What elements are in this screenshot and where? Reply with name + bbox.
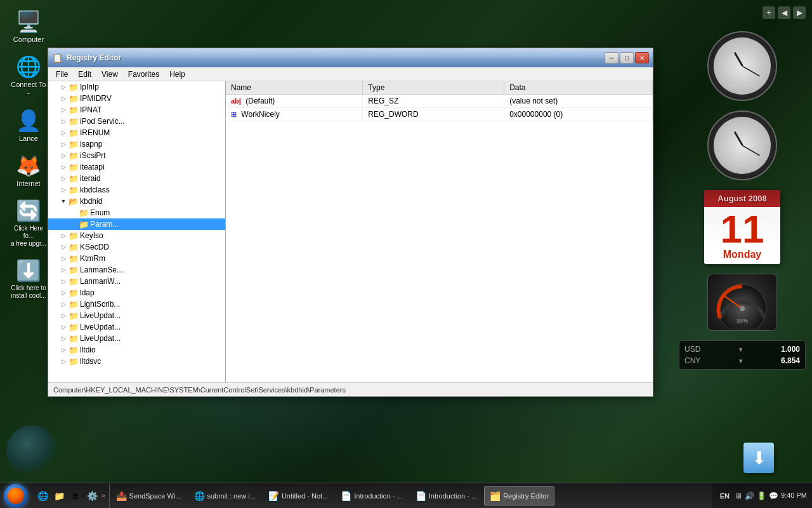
tree-item-Enum[interactable]: 📁 Enum [48, 207, 225, 218]
expand-icon: ▷ [58, 139, 69, 149]
tray-clock[interactable]: 9:40 PM [781, 491, 807, 500]
tree-item-IpInIp[interactable]: ▷ 📁 IpInIp [48, 81, 225, 93]
tree-item-IPMIDRV[interactable]: ▷ 📁 IPMIDRV [48, 93, 225, 104]
tree-item-LanmanServer[interactable]: ▷ 📁 LanmanSe... [48, 264, 225, 276]
expand-icon: ▷ [58, 333, 69, 344]
taskbar-item-intro1[interactable]: 📄 Introduction - ... [335, 486, 408, 505]
tree-item-LiveUpdate2[interactable]: ▷ 📁 LiveUpdat... [48, 321, 225, 333]
expand-icon: ▼ [58, 196, 69, 206]
tree-label: lltdsvc [80, 357, 101, 366]
col-name: Name [226, 81, 363, 95]
tree-item-lltdsvc[interactable]: ▷ 📁 lltdsvc [48, 356, 225, 367]
title-bar-icon: 📋 [52, 53, 63, 63]
tree-item-LiveUpdate3[interactable]: ▷ 📁 LiveUpdat... [48, 333, 225, 344]
taskbar-item-regedit[interactable]: 🗂️ Registry Editor [484, 486, 554, 505]
table-row[interactable]: ⊞ WorkNicely REG_DWORD 0x00000000 (0) [226, 108, 653, 121]
menu-view[interactable]: View [96, 68, 123, 81]
tree-item-kbdclass[interactable]: ▷ 📁 kbdclass [48, 184, 225, 196]
tree-item-isapnp[interactable]: ▷ 📁 isapnp [48, 138, 225, 150]
clock-label-2: Clockie V4 [728, 161, 757, 168]
widget-prev-btn[interactable]: ◀ [778, 6, 790, 19]
expand-icon: ▷ [58, 162, 69, 172]
taskbar-item-notepad[interactable]: 📝 Untitled - Not... [263, 486, 334, 505]
clock-widget-2: Clockie V4 [707, 110, 777, 180]
tree-label: kbdhid [80, 197, 102, 206]
reg-dword-icon: ⊞ [231, 110, 237, 118]
folder-icon: 📁 [69, 105, 79, 115]
folder-icon: 📁 [69, 311, 79, 321]
folder-icon: 📁 [69, 94, 79, 104]
tree-label: IPMIDRV [80, 94, 112, 103]
tray-notification-icon[interactable]: 💬 [769, 491, 778, 500]
folder-icon: 📁 [69, 163, 79, 172]
folder-icon: 📁 [69, 128, 79, 138]
ql-icon-browser[interactable]: 🌐 [36, 489, 49, 503]
connect-icon: 🌐 [16, 54, 41, 79]
desktop-icon-computer[interactable]: 🖥️ Computer [6, 6, 51, 46]
taskbar: 🌐 📁 🖥 ⚙️ » 📤 SendSpace Wi... 🌐 submit : … [0, 483, 812, 508]
desktop-icon-internet[interactable]: 🦊 Internet [6, 150, 51, 190]
ql-icon-desktop[interactable]: 🖥 [69, 489, 82, 503]
tree-item-iteraid[interactable]: ▷ 📁 iteraid [48, 173, 225, 184]
start-button[interactable] [0, 483, 32, 509]
desktop-icon-connect[interactable]: 🌐 Connect To - [6, 51, 51, 100]
desktop-icon-install[interactable]: ⬇️ Click here toinstall cool... [6, 255, 51, 302]
tree-item-iPodService[interactable]: ▷ 📁 iPod Servic... [48, 116, 225, 127]
gauge-widget: 33% [707, 274, 777, 331]
gauge-svg: 33% [710, 277, 774, 328]
menu-file[interactable]: File [51, 68, 73, 81]
expand-icon: ▷ [58, 93, 69, 104]
tree-item-IRENUM[interactable]: ▷ 📁 IRENUM [48, 127, 225, 138]
ql-icon-folder[interactable]: 📁 [52, 489, 66, 503]
expand-icon [69, 208, 79, 218]
windows-orb-decoration [6, 425, 57, 476]
tree-item-Parameters[interactable]: 📁 Param... [48, 218, 225, 230]
taskbar-item-text: Untitled - Not... [282, 492, 328, 500]
close-button[interactable]: ✕ [635, 52, 649, 64]
minimize-button[interactable]: ─ [605, 52, 619, 64]
tray-time-display: 9:40 PM [781, 491, 807, 500]
folder-open-icon: 📂 [69, 197, 79, 206]
expand-icon: ▷ [58, 311, 69, 321]
desktop-icon-lance[interactable]: 👤 Lance [6, 105, 51, 145]
tree-label: IPNAT [80, 105, 102, 114]
menu-favorites[interactable]: Favorites [123, 68, 164, 81]
tree-item-LanmanWorkstation[interactable]: ▷ 📁 LanmanW... [48, 276, 225, 287]
tree-item-IPNAT[interactable]: ▷ 📁 IPNAT [48, 104, 225, 116]
tree-item-ldap[interactable]: ▷ 📁 ldap [48, 287, 225, 298]
taskbar-item-icon: 🗂️ [490, 491, 501, 501]
maximize-button[interactable]: □ [620, 52, 634, 64]
tree-item-iteatapi[interactable]: ▷ 📁 iteatapi [48, 161, 225, 173]
tray-language[interactable]: EN [717, 492, 732, 500]
taskbar-item-intro2[interactable]: 📄 Introduction - ... [410, 486, 483, 505]
currency-widget: USD ▼ 1.000 CNY ▼ 6.854 [679, 340, 806, 370]
internet-icon: 🦊 [16, 153, 41, 178]
col-type: Type [363, 81, 504, 95]
tree-item-KeyIso[interactable]: ▷ 📁 KeyIso [48, 230, 225, 241]
tree-item-LightScribe[interactable]: ▷ 📁 LightScrib... [48, 298, 225, 310]
download-widget[interactable]: ⬇ [743, 443, 774, 473]
tree-item-iScsiPrt[interactable]: ▷ 📁 iScsiPrt [48, 150, 225, 161]
taskbar-item-icon: 📝 [268, 491, 279, 501]
taskbar-item-submit[interactable]: 🌐 submit : new i... [188, 486, 261, 505]
tree-item-kbdhid[interactable]: ▼ 📂 kbdhid [48, 196, 225, 207]
clock-label-1: Clockie V3 [728, 82, 757, 88]
desktop-icon-upgrade[interactable]: 🔄 Click Here fo...a free upgr... [6, 196, 51, 250]
entry-name: ab| (Default) [226, 95, 363, 108]
ql-icon-media[interactable]: ⚙️ [85, 489, 99, 503]
ql-more-btn[interactable]: » [102, 492, 105, 499]
tree-item-LiveUpdate1[interactable]: ▷ 📁 LiveUpdat... [48, 310, 225, 321]
tray-volume-icon[interactable]: 🔊 [745, 491, 754, 500]
tree-item-KtmRm[interactable]: ▷ 📁 KtmRm [48, 253, 225, 264]
tree-item-lltdio[interactable]: ▷ 📁 lltdio [48, 344, 225, 356]
menu-help[interactable]: Help [164, 68, 190, 81]
widget-add-btn[interactable]: + [763, 6, 775, 19]
currency-usd-value: 1.000 [781, 345, 800, 354]
tree-item-KSecDD[interactable]: ▷ 📁 KSecDD [48, 241, 225, 253]
widget-next-btn[interactable]: ▶ [793, 6, 806, 19]
svg-text:33%: 33% [737, 318, 748, 324]
menu-edit[interactable]: Edit [73, 68, 96, 81]
taskbar-item-sendspace[interactable]: 📤 SendSpace Wi... [110, 486, 187, 505]
table-row[interactable]: ab| (Default) REG_SZ (value not set) [226, 95, 653, 108]
tree-panel[interactable]: ▷ 📁 IpInIp ▷ 📁 IPMIDRV ▷ 📁 IPNAT ▷ 📁 [48, 81, 226, 382]
